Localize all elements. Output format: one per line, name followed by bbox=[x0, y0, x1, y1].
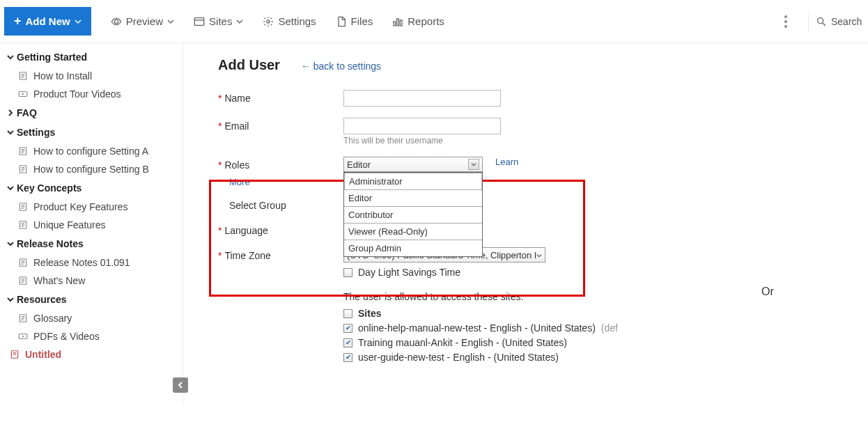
page-title: Add User bbox=[218, 57, 280, 73]
email-input[interactable] bbox=[343, 118, 501, 134]
chevron-down-icon bbox=[471, 162, 476, 167]
language-label: Language bbox=[224, 225, 268, 236]
sites-all-checkbox[interactable] bbox=[343, 309, 352, 318]
chart-icon bbox=[392, 16, 403, 27]
role-option[interactable]: Viewer (Read-Only) bbox=[344, 224, 482, 240]
main-content: Add User ← back to settings *Name *Email… bbox=[183, 43, 868, 405]
chevron-down-icon bbox=[236, 18, 243, 25]
add-new-button[interactable]: + Add New bbox=[4, 7, 91, 36]
sidebar-item[interactable]: Glossary bbox=[4, 309, 183, 327]
sidebar-item[interactable]: How to configure Setting A bbox=[4, 142, 183, 160]
sidebar-item[interactable]: Product Tour Videos bbox=[4, 85, 183, 103]
preview-menu[interactable]: Preview bbox=[111, 15, 174, 27]
dst-label: Day Light Savings Time bbox=[358, 267, 460, 278]
role-option[interactable]: Group Admin bbox=[344, 240, 482, 256]
site-checkbox[interactable]: ✔ bbox=[343, 324, 352, 333]
gear-icon bbox=[263, 16, 274, 27]
sidebar-item[interactable]: Release Notes 01.091 bbox=[4, 253, 183, 272]
search-box[interactable]: Search bbox=[808, 11, 868, 32]
name-input[interactable] bbox=[343, 90, 501, 107]
sites-menu[interactable]: Sites bbox=[194, 15, 243, 27]
sidebar-item-untitled[interactable]: Untitled bbox=[4, 345, 183, 364]
search-icon bbox=[816, 16, 827, 27]
top-toolbar: + Add New Preview Sites Settings Files R… bbox=[0, 0, 868, 43]
roles-select[interactable]: Editor bbox=[343, 157, 483, 172]
more-link[interactable]: More bbox=[229, 177, 250, 187]
sidebar-collapse-handle[interactable] bbox=[173, 377, 188, 393]
files-menu[interactable]: Files bbox=[336, 15, 373, 27]
svg-rect-5 bbox=[401, 20, 403, 26]
svg-point-2 bbox=[267, 20, 270, 23]
eye-icon bbox=[111, 16, 122, 27]
settings-menu[interactable]: Settings bbox=[263, 15, 316, 27]
sidebar-item[interactable]: What's New bbox=[4, 272, 183, 290]
email-label: Email bbox=[224, 120, 249, 132]
roles-dropdown: AdministratorEditorContributorViewer (Re… bbox=[343, 172, 483, 257]
role-option[interactable]: Contributor bbox=[344, 207, 482, 224]
role-option[interactable]: Editor bbox=[344, 190, 482, 207]
svg-rect-4 bbox=[397, 19, 399, 26]
window-icon bbox=[194, 16, 205, 27]
timezone-label: Time Zone bbox=[224, 250, 270, 261]
sidebar-item[interactable]: PDFs & Videos bbox=[4, 327, 183, 345]
role-option[interactable]: Administrator bbox=[344, 173, 482, 190]
more-menu-icon[interactable] bbox=[784, 15, 787, 28]
sidebar-group[interactable]: FAQ bbox=[4, 103, 183, 123]
select-group-label: Select Group bbox=[229, 200, 286, 211]
sidebar-group[interactable]: Key Concepts bbox=[4, 178, 183, 198]
sidebar-item[interactable]: How to configure Setting B bbox=[4, 160, 183, 178]
sidebar-group[interactable]: Release Notes bbox=[4, 234, 183, 253]
file-icon bbox=[336, 16, 347, 27]
chevron-left-icon bbox=[177, 382, 184, 389]
site-label: user-guide-new-test - English - (United … bbox=[358, 352, 559, 363]
sidebar-group[interactable]: Getting Started bbox=[4, 47, 183, 67]
name-label: Name bbox=[224, 93, 250, 104]
svg-line-7 bbox=[823, 23, 826, 26]
email-hint: This will be their username bbox=[343, 136, 501, 146]
svg-rect-0 bbox=[194, 17, 203, 25]
access-sites-text: The user is allowed to access these site… bbox=[343, 291, 868, 302]
roles-label: Roles bbox=[224, 159, 249, 171]
sidebar-item[interactable]: How to Install bbox=[4, 67, 183, 85]
sidebar-item[interactable]: Unique Features bbox=[4, 216, 183, 234]
sidebar-item[interactable]: Product Key Features bbox=[4, 198, 183, 216]
sidebar[interactable]: Getting StartedHow to InstallProduct Tou… bbox=[0, 43, 183, 405]
learn-link[interactable]: Learn bbox=[495, 157, 518, 167]
sites-label: Sites bbox=[358, 308, 381, 319]
svg-point-6 bbox=[818, 17, 823, 23]
sidebar-group[interactable]: Resources bbox=[4, 290, 183, 309]
svg-rect-3 bbox=[394, 22, 396, 26]
site-label: Training mauanl-Ankit - English - (Unite… bbox=[358, 337, 567, 348]
chevron-down-icon bbox=[536, 253, 542, 258]
or-text: Or bbox=[761, 286, 774, 298]
reports-menu[interactable]: Reports bbox=[392, 15, 444, 27]
site-checkbox[interactable]: ✔ bbox=[343, 338, 352, 347]
dst-checkbox[interactable] bbox=[343, 268, 352, 277]
site-checkbox[interactable]: ✔ bbox=[343, 353, 352, 362]
site-label: online-help-manual-new-test - English - … bbox=[358, 322, 596, 334]
chevron-down-icon bbox=[167, 18, 174, 25]
back-to-settings-link[interactable]: ← back to settings bbox=[301, 61, 381, 72]
chevron-down-icon bbox=[75, 18, 82, 25]
sidebar-group[interactable]: Settings bbox=[4, 123, 183, 142]
